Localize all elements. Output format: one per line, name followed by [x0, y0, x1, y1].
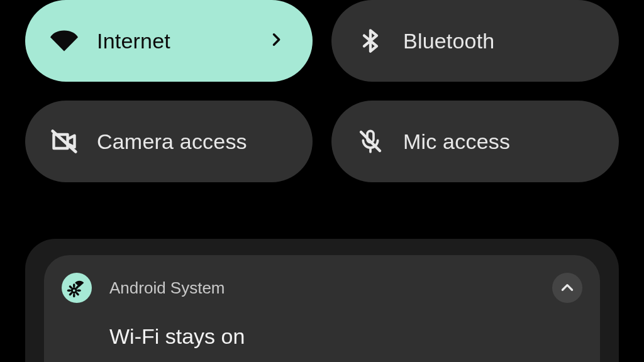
chevron-right-icon [267, 31, 285, 51]
qs-tile-bluetooth[interactable]: Bluetooth [331, 0, 619, 82]
qs-tile-camera[interactable]: Camera access [25, 101, 313, 182]
mic-off-icon [357, 128, 384, 155]
qs-tile-label: Camera access [97, 129, 247, 154]
qs-tile-label: Bluetooth [403, 29, 494, 53]
notification-app-name: Android System [109, 278, 225, 298]
chevron-up-icon [559, 280, 575, 296]
svg-point-4 [72, 288, 76, 293]
qs-tile-label: Internet [97, 29, 170, 53]
svg-line-12 [77, 287, 78, 288]
gear-wifi-icon [62, 273, 92, 303]
svg-line-11 [70, 293, 71, 295]
svg-line-10 [77, 293, 78, 295]
notification-panel: Android System Wi-Fi stays on [25, 239, 619, 362]
expand-button[interactable] [552, 273, 582, 303]
qs-tile-mic[interactable]: Mic access [331, 101, 619, 182]
qs-tile-internet[interactable]: Internet [25, 0, 313, 82]
notification-card[interactable]: Android System Wi-Fi stays on [44, 255, 600, 362]
notification-title: Wi-Fi stays on [109, 324, 582, 349]
qs-tile-label: Mic access [403, 129, 510, 154]
svg-line-9 [70, 287, 71, 288]
wifi-icon [50, 27, 78, 55]
camera-off-icon [50, 128, 78, 155]
bluetooth-icon [357, 27, 384, 55]
notification-header: Android System [62, 273, 582, 303]
